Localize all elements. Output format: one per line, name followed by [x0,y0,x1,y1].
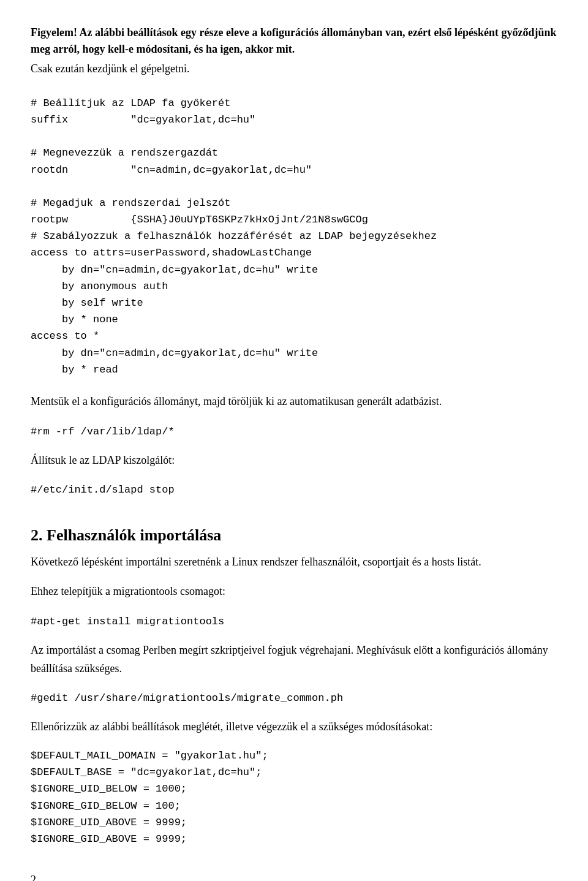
ldap-comment4: # Szabályozzuk a felhasználók hozzáférés… [31,230,437,242]
ldap-by4-line: by * none [31,314,118,325]
ldap-by1-line: by dn="cn=admin,dc=gyakorlat,dc=hu" writ… [31,264,318,276]
apt-get-para: #apt-get install migrationtools [31,612,557,630]
ldap-by2-line: by anonymous auth [31,281,168,292]
ldap-access2-line: access to * [31,330,99,342]
apt-get-command: #apt-get install migrationtools [31,616,224,627]
page-number: 2 [31,872,557,881]
section2-intro-text: Következő lépésként importálni szeretnén… [31,556,481,568]
warning-section: Figyelem! Az alábbi beállítások egy rész… [31,25,557,78]
config-save-text: Mentsük el a konfigurációs állományt, ma… [31,395,442,407]
section2-heading: 2. Felhasználók importálása [31,523,557,547]
ldap-comment1: # Beállítjuk az LDAP fa gyökerét [31,97,230,109]
var6: $IGNORE_GID_ABOVE = 9999; [31,833,187,845]
ldap-code-block: # Beállítjuk az LDAP fa gyökerét suffix … [31,95,557,378]
section2-number: 2. [31,526,43,544]
perl-para: Az importálást a csomag Perlben megírt s… [31,641,557,678]
check-intro-para: Ellenőrizzük az alábbi beállítások meglé… [31,718,557,736]
slapd-stop-para: #/etc/init.d/slapd stop [31,480,557,499]
var2: $DEFAULT_BASE = "dc=gyakorlat,dc=hu"; [31,766,262,778]
warning-text2: Csak ezután kezdjünk el gépelgetni. [31,60,557,78]
ldap-comment3: # Megadjuk a rendszerdai jelszót [31,197,230,209]
rm-cmd-para: #rm -rf /var/lib/ldap/* [31,422,557,441]
variables-para: $DEFAULT_MAIL_DOMAIN = "gyakorlat.hu"; $… [31,747,557,847]
section2-install-para: Ehhez telepítjük a migrationtools csomag… [31,583,557,601]
var3: $IGNORE_UID_BELOW = 1000; [31,783,187,795]
check-intro-text: Ellenőrizzük az alábbi beállítások meglé… [31,720,432,733]
var1: $DEFAULT_MAIL_DOMAIN = "gyakorlat.hu"; [31,750,268,762]
section2-install-intro: Ehhez telepítjük a migrationtools csomag… [31,585,225,597]
ldap-config-section: # Beállítjuk az LDAP fa gyökerét suffix … [31,95,557,378]
section2-title-text: Felhasználók importálása [47,526,221,544]
warning-title-rest: Az alábbi beállítások egy része eleve a … [31,26,556,55]
ldap-access1-line: access to attrs=userPassword,shadowLastC… [31,247,312,259]
ldap-rootpw-line: rootpw {SSHA}J0uUYpT6SKPz7kHxOjJnt/21N8s… [31,214,368,225]
ldap-by6-line: by * read [31,364,118,376]
slapd-stop-command: #/etc/init.d/slapd stop [31,484,175,496]
ldap-rootdn-line: rootdn "cn=admin,dc=gyakorlat,dc=hu" [31,164,312,176]
gedit-command: #gedit /usr/share/migrationtools/migrate… [31,692,343,704]
ldap-by3-line: by self write [31,297,143,309]
section2-intro-para: Következő lépésként importálni szeretnén… [31,553,557,572]
rm-command: #rm -rf /var/lib/ldap/* [31,426,175,437]
warning-title-text: Figyelem! [31,26,77,39]
ldap-suffix-line: suffix "dc=gyakorlat,dc=hu" [31,114,255,126]
config-save-para: Mentsük el a konfigurációs állományt, ma… [31,393,557,411]
variables-block: $DEFAULT_MAIL_DOMAIN = "gyakorlat.hu"; $… [31,747,557,847]
perl-text1: Az importálást a csomag Perlben megírt s… [31,644,353,656]
var5: $IGNORE_UID_ABOVE = 9999; [31,817,187,828]
ldap-by5-line: by dn="cn=admin,dc=gyakorlat,dc=hu" writ… [31,347,318,359]
ldap-stop-text: Állítsuk le az LDAP kiszolgálót: [31,454,175,466]
gedit-para: #gedit /usr/share/migrationtools/migrate… [31,689,557,707]
ldap-comment2: # Megnevezzük a rendszergazdát [31,147,218,159]
warning-title: Figyelem! Az alábbi beállítások egy rész… [31,25,557,58]
ldap-stop-para: Állítsuk le az LDAP kiszolgálót: [31,452,557,470]
var4: $IGNORE_GID_BELOW = 100; [31,800,181,812]
